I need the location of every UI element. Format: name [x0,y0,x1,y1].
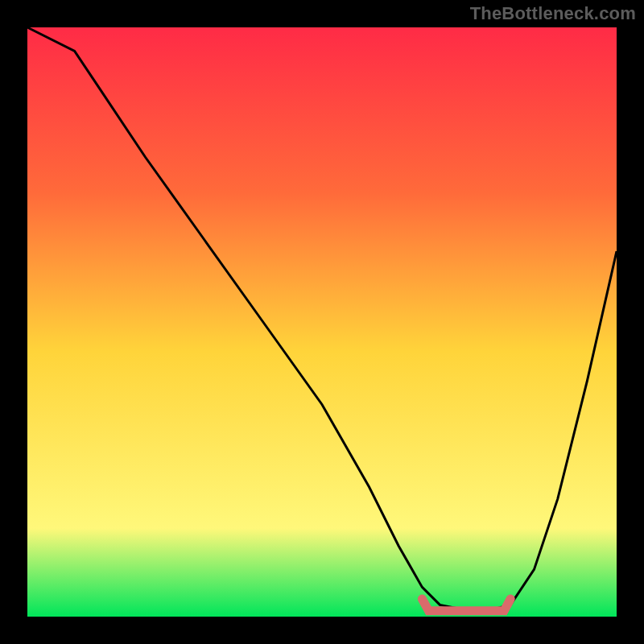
plot-area [27,27,617,617]
watermark-text: TheBottleneck.com [470,3,636,24]
bottleneck-chart [0,0,644,644]
